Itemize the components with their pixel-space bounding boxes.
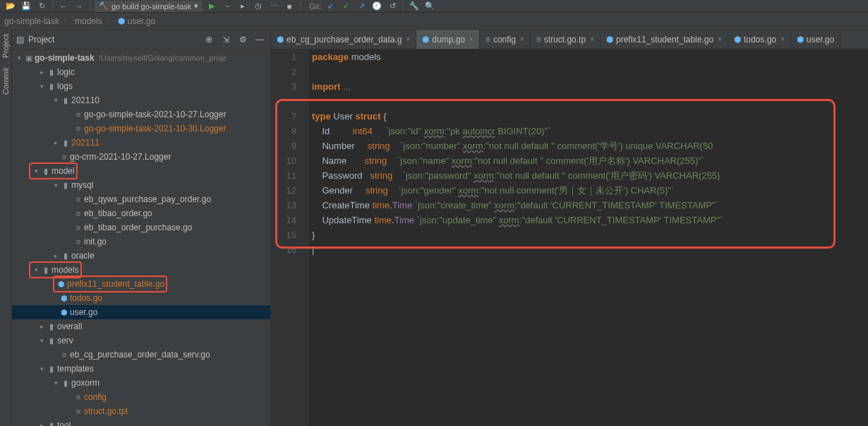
line-gutter: 123 78910 11121314 1516 <box>271 49 301 426</box>
tree-folder-models[interactable]: ▾▮models <box>12 263 270 277</box>
project-icon: ▤ <box>16 35 24 45</box>
tree-folder[interactable]: ▾▮logs <box>12 79 270 93</box>
tree-folder[interactable]: ▾▮mysql <box>12 178 270 192</box>
close-icon[interactable]: × <box>780 35 785 43</box>
code-content[interactable]: package models import ... type User stru… <box>309 49 868 426</box>
tree-folder[interactable]: ▸▮oracle <box>12 249 270 263</box>
project-panel-title: Project <box>28 35 54 45</box>
tree-file[interactable]: ≡init.go <box>12 235 270 249</box>
tree-root[interactable]: ▾▣go-simple-task/Users/myself/Golang/com… <box>12 51 270 65</box>
forward-icon[interactable]: → <box>73 1 85 12</box>
tree-folder[interactable]: ▾▮templates <box>12 362 270 376</box>
close-icon[interactable]: × <box>590 35 594 43</box>
editor-tab[interactable]: ≡struct.go.tp× <box>531 30 601 49</box>
editor-tab[interactable]: ≡config× <box>480 30 531 49</box>
go-file-icon: ⬢ <box>797 35 804 45</box>
git-rollback-icon[interactable]: ↺ <box>386 1 399 12</box>
separator <box>52 2 53 11</box>
gear-icon[interactable]: ⚙ <box>236 35 249 45</box>
attach-icon[interactable]: ⋯ <box>267 1 280 12</box>
chevron-right-icon: 〉 <box>64 16 71 26</box>
run-config-label: go build go-simple-task <box>111 2 191 11</box>
tree-file[interactable]: ≡eb_qywx_purchase_pay_order.go <box>12 192 270 206</box>
tree-file[interactable]: ≡go-go-simple-task-2021-10-30.Logger <box>12 122 270 136</box>
coverage-icon[interactable]: ▸ <box>236 1 249 12</box>
git-commit-icon[interactable]: ✓ <box>339 1 352 12</box>
close-icon[interactable]: × <box>406 35 410 43</box>
project-tree[interactable]: ▾▣go-simple-task/Users/myself/Golang/com… <box>12 49 270 426</box>
go-file-icon: ⬢ <box>422 35 429 45</box>
profile-icon[interactable]: ◷ <box>252 1 265 12</box>
tree-file-user[interactable]: ⬢user.go <box>12 305 270 319</box>
expand-icon[interactable]: ⇲ <box>219 35 232 45</box>
project-panel: ▤ Project ⊕ ⇲ ⚙ — ▾▣go-simple-task/Users… <box>12 30 271 426</box>
crumb-project[interactable]: go-simple-task <box>4 16 59 26</box>
hide-icon[interactable]: — <box>253 35 266 45</box>
close-icon[interactable]: × <box>469 35 474 43</box>
editor-tab[interactable]: ⬢user.go <box>791 30 840 49</box>
tree-folder[interactable]: ▸▮202111 <box>12 136 270 150</box>
separator <box>403 2 404 11</box>
open-icon[interactable]: 📂 <box>4 1 17 12</box>
tree-folder-model[interactable]: ▾▮model <box>12 164 270 178</box>
debug-icon[interactable]: ⌁ <box>221 1 234 12</box>
search-icon[interactable]: 🔍 <box>423 1 436 12</box>
git-label: Git: <box>309 2 321 11</box>
project-panel-header: ▤ Project ⊕ ⇲ ⚙ — <box>12 30 270 49</box>
project-tool-button[interactable]: Project <box>1 32 10 59</box>
tree-folder[interactable]: ▾▮goxorm <box>12 376 270 390</box>
run-icon[interactable]: ▶ <box>205 1 218 12</box>
fold-gutter <box>301 49 309 426</box>
tree-file[interactable]: ≡go-go-simple-task-2021-10-27.Logger <box>12 107 270 122</box>
tree-folder[interactable]: ▸▮logic <box>12 65 270 79</box>
go-file-icon: ⬢ <box>118 16 125 26</box>
file-icon: ≡ <box>536 35 541 45</box>
git-update-icon[interactable]: ↙ <box>324 1 337 12</box>
crumb-file[interactable]: ⬢ user.go <box>118 16 155 26</box>
stop-icon[interactable]: ■ <box>283 1 296 12</box>
ide-settings-icon[interactable]: 🔧 <box>408 1 421 12</box>
tree-file[interactable]: ≡config <box>12 390 270 404</box>
close-icon[interactable]: × <box>718 35 722 43</box>
git-history-icon[interactable]: 🕘 <box>370 1 383 12</box>
tree-folder[interactable]: ▸▮overall <box>12 319 270 333</box>
editor-tabs: ⬢eb_cg_purchase_order_data.g× ⬢dump.go× … <box>271 30 868 49</box>
editor-tab[interactable]: ⬢dump.go× <box>416 30 480 49</box>
go-file-icon: ⬢ <box>277 35 284 45</box>
save-icon[interactable]: 💾 <box>20 1 32 12</box>
tree-file[interactable]: ≡eb_cg_purchase_order_data_serv.go <box>12 348 270 362</box>
close-icon[interactable]: × <box>520 35 524 43</box>
editor-tab[interactable]: ⬢prefix11_student_table.go× <box>601 30 728 49</box>
crumb-folder[interactable]: models <box>75 16 102 26</box>
locate-icon[interactable]: ⊕ <box>203 35 215 45</box>
tree-file[interactable]: ≡eb_tibao_order_purchase.go <box>12 220 270 235</box>
main-toolbar: 📂 💾 ↻ ← → 🔨 go build go-simple-task ▾ ▶ … <box>0 0 868 13</box>
refresh-icon[interactable]: ↻ <box>35 1 48 12</box>
tree-file-prefix11[interactable]: ⬢prefix11_student_table.go <box>12 277 270 291</box>
tree-file[interactable]: ≡go-crm-2021-10-27.Logger <box>12 150 270 164</box>
tree-file[interactable]: ⬢todos.go <box>12 291 270 305</box>
separator <box>300 2 301 11</box>
chevron-right-icon: 〉 <box>107 16 114 26</box>
hammer-icon: 🔨 <box>99 1 109 11</box>
run-config-selector[interactable]: 🔨 go build go-simple-task ▾ <box>95 1 203 12</box>
editor-tab[interactable]: ⬢eb_cg_purchase_order_data.g× <box>271 30 416 49</box>
commit-tool-button[interactable]: Commit <box>1 66 10 96</box>
editor-area: ⬢eb_cg_purchase_order_data.g× ⬢dump.go× … <box>271 30 868 426</box>
tree-folder[interactable]: ▾▮serv <box>12 333 270 348</box>
tree-file[interactable]: ≡struct.go.tpl <box>12 404 270 418</box>
tree-folder[interactable]: ▸▮tool <box>12 418 270 426</box>
editor-tab[interactable]: ⬢todos.go× <box>728 30 791 49</box>
tree-file[interactable]: ≡eb_tibao_order.go <box>12 206 270 220</box>
code-editor[interactable]: 123 78910 11121314 1516 package models i… <box>271 49 868 426</box>
chevron-down-icon: ▾ <box>194 1 198 11</box>
go-file-icon: ⬢ <box>606 35 613 45</box>
tree-folder[interactable]: ▾▮202110 <box>12 93 270 107</box>
back-icon[interactable]: ← <box>57 1 70 12</box>
git-push-icon[interactable]: ↗ <box>355 1 368 12</box>
breadcrumb: go-simple-task 〉 models 〉 ⬢ user.go <box>0 13 868 30</box>
go-file-icon: ⬢ <box>734 35 741 45</box>
tool-window-strip: Project Commit <box>0 30 12 426</box>
file-icon: ≡ <box>486 35 490 45</box>
separator <box>90 2 90 11</box>
